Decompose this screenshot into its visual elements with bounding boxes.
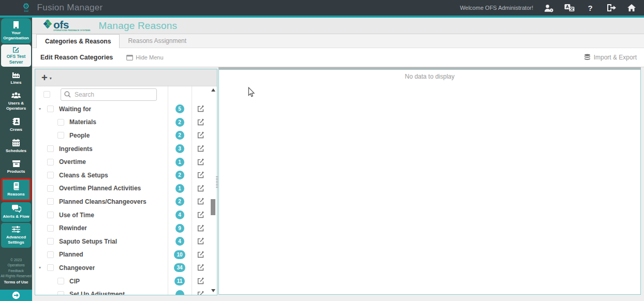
top-bar: ⚙ 112 Fusion Manager Welcome OFS Adminis… (0, 0, 644, 16)
tree-row[interactable]: ▾ Cleans & Setups 2 (35, 169, 217, 182)
tree-scrollbar[interactable] (210, 86, 217, 295)
row-checkbox[interactable] (47, 238, 54, 245)
category-label: CIP (69, 278, 80, 285)
search-box (61, 88, 157, 101)
help-icon: ? (588, 4, 592, 12)
home-button[interactable] (626, 3, 637, 12)
tree-row[interactable]: ▾ Planned Cleans/Changeovers 2 (35, 195, 217, 208)
tree-row[interactable]: ▾ Overtime 1 (35, 155, 217, 169)
tree-list: ▾ Waiting for 5 ▾ Materials 2 (35, 102, 217, 295)
add-category-button[interactable]: + ▾ (35, 69, 217, 86)
edit-category-button[interactable] (192, 118, 210, 126)
scroll-up-icon[interactable] (211, 88, 215, 92)
tree-row[interactable]: ▾ CIP 11 (35, 275, 217, 288)
edit-category-button[interactable] (192, 131, 210, 139)
sidebar-item-users-operators[interactable]: Users & Operators (1, 89, 31, 114)
tree-row[interactable]: ▾ Saputo Setups Trial 4 (35, 235, 217, 248)
tree-row[interactable]: ▾ Use of Time 4 (35, 208, 217, 222)
ofs-logo: ofs OPERATIONS FEEDBACK SYSTEMS (43, 19, 91, 32)
select-all-checkbox[interactable] (43, 91, 50, 98)
language-button[interactable] (564, 3, 575, 12)
app-title: Fusion Manager (37, 3, 103, 13)
page-title: Manage Reasons (99, 20, 178, 32)
sidebar-item-ofs-test-server[interactable]: OFS Test Server (1, 44, 31, 67)
row-checkbox[interactable] (47, 145, 54, 152)
row-checkbox[interactable] (47, 172, 54, 178)
tree-row[interactable]: ▾ Rewinder 9 (35, 221, 217, 235)
row-checkbox[interactable] (47, 159, 54, 165)
import-export-button[interactable]: Import & Export (584, 54, 637, 61)
sidebar-item-label: Schedules (6, 148, 26, 154)
hide-menu-button[interactable]: Hide Menu (126, 54, 163, 61)
tree-row[interactable]: ▾ Set Up Adjustment (35, 288, 217, 295)
tree-row[interactable]: ▾ Changeover 34 (35, 261, 217, 275)
edit-category-button[interactable] (192, 158, 210, 166)
tree-row[interactable]: ▾ Ingredients 3 (35, 142, 217, 156)
row-checkbox[interactable] (57, 119, 64, 126)
edit-icon (197, 291, 204, 295)
tree-row[interactable]: ▾ Waiting for 5 (35, 102, 217, 116)
edit-category-button[interactable] (192, 105, 210, 113)
tab-reasons-assignment[interactable]: Reasons Assignment (120, 34, 195, 48)
sidebar-item-alerts-flow[interactable]: Alerts & Flow (1, 202, 31, 222)
translate-icon (564, 4, 575, 12)
category-label: Rewinder (59, 224, 87, 232)
reason-count-badge: 10 (174, 250, 185, 259)
sidebar-collapse-button[interactable] (0, 290, 32, 301)
edit-category-button[interactable] (192, 171, 210, 179)
edit-category-button[interactable] (192, 211, 210, 219)
row-checkbox[interactable] (47, 198, 54, 205)
tree-row[interactable]: ▾ People 2 (35, 129, 217, 142)
help-button[interactable]: ? (585, 3, 595, 12)
edit-category-button[interactable] (192, 251, 210, 259)
edit-category-button[interactable] (192, 237, 210, 245)
row-checkbox[interactable] (47, 106, 54, 112)
row-checkbox[interactable] (47, 212, 54, 218)
row-checkbox[interactable] (47, 251, 54, 258)
reason-count-badge: 2 (175, 131, 184, 140)
edit-category-button[interactable] (192, 198, 210, 205)
row-checkbox[interactable] (57, 291, 64, 295)
edit-icon (197, 158, 204, 166)
sidebar-item-products[interactable]: Products (1, 157, 31, 177)
reasons-book-icon (12, 182, 20, 190)
edit-category-button[interactable] (192, 291, 210, 295)
row-checkbox[interactable] (57, 278, 64, 284)
home-icon (627, 4, 636, 12)
count-cell: 3 (168, 144, 192, 153)
empty-state-message: No data to display (219, 73, 640, 80)
sidebar-item-your-organisation[interactable]: Your Organisation (1, 18, 31, 43)
row-checkbox[interactable] (47, 185, 54, 192)
scroll-down-icon[interactable] (211, 289, 215, 292)
tree-row[interactable]: ▾ Planned 10 (35, 248, 217, 262)
edit-icon (197, 105, 204, 113)
edit-category-button[interactable] (192, 145, 210, 153)
logout-button[interactable] (606, 3, 616, 12)
count-cell: 34 (168, 263, 192, 272)
sidebar-item-reasons[interactable]: Reasons (1, 178, 31, 201)
row-checkbox[interactable] (47, 225, 54, 232)
row-checkbox[interactable] (57, 132, 64, 139)
sidebar-item-lines[interactable]: Lines (1, 68, 31, 88)
count-cell (168, 290, 192, 295)
row-checkbox[interactable] (47, 264, 54, 271)
count-cell: 4 (168, 210, 192, 219)
edit-category-button[interactable] (192, 277, 210, 285)
reason-count-badge (175, 290, 184, 295)
sidebar-item-crews[interactable]: Crews (1, 115, 31, 135)
expand-caret-icon[interactable]: ▾ (39, 107, 44, 111)
edit-category-button[interactable] (192, 264, 210, 272)
sidebar-item-advanced-settings[interactable]: Advanced Settings (1, 223, 31, 248)
tab-categories-reasons[interactable]: Categories & Reasons (36, 34, 120, 48)
tree-row[interactable]: ▾ Materials 2 (35, 116, 217, 129)
edit-category-button[interactable] (192, 224, 210, 232)
reason-count-badge: 34 (174, 263, 185, 272)
expand-caret-icon[interactable]: ▾ (39, 265, 44, 270)
sidebar-item-schedules[interactable]: Schedules (1, 136, 31, 156)
tree-row[interactable]: ▾ Overtime Planned Activities 1 (35, 182, 217, 195)
edit-category-button[interactable] (192, 185, 210, 192)
user-settings-button[interactable] (544, 3, 554, 12)
terms-of-use-link[interactable]: Terms of Use (0, 280, 32, 284)
search-input[interactable] (61, 88, 157, 101)
scrollbar-thumb[interactable] (211, 199, 215, 215)
